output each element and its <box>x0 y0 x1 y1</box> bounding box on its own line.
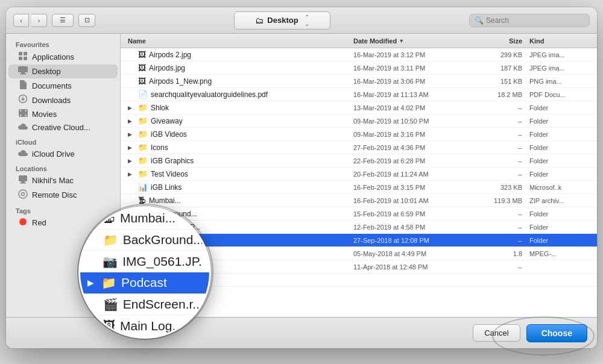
file-date: 27-Feb-2019 at 4:36 PM <box>353 144 474 151</box>
file-row[interactable]: 🖼 Main Log... <box>121 274 597 287</box>
file-row[interactable]: 🖼 Airpods.jpg 16-Mar-2019 at 3:11 PM 187… <box>121 61 597 75</box>
icloud-drive-icon <box>18 149 28 158</box>
location-selector[interactable]: 🗂 Desktop ⌃⌄ <box>234 11 330 30</box>
file-date: 15-Feb-2019 at 6:59 PM <box>353 210 474 218</box>
file-list: 🖼 Airpods 2.jpg 16-Mar-2019 at 3:12 PM 2… <box>121 48 597 317</box>
cancel-button[interactable]: Cancel <box>473 324 520 342</box>
file-name-text: Airpods 2.jpg <box>149 51 191 59</box>
sidebar-item-desktop[interactable]: Desktop <box>8 64 118 78</box>
action-button[interactable]: ⊡ <box>78 14 95 27</box>
downloads-icon <box>18 95 28 105</box>
red-tag-icon <box>18 218 28 227</box>
expand-arrow-icon: ▶ <box>128 158 135 164</box>
file-row[interactable]: 🎬 v1.mp4 11-Apr-2018 at 12:48 PM -- <box>121 260 597 274</box>
expand-arrow-icon: ▶ <box>128 131 135 137</box>
svg-rect-11 <box>20 115 22 116</box>
file-type-icon: 📁 <box>138 236 148 245</box>
column-size[interactable]: Size <box>474 37 522 45</box>
file-date: 16-Mar-2019 at 11:13 AM <box>353 91 474 98</box>
svg-point-16 <box>19 190 27 198</box>
column-kind[interactable]: Kind <box>529 37 590 45</box>
file-row[interactable]: ▶ 📁 Shlok 13-Mar-2019 at 4:02 PM -- Fold… <box>121 101 597 115</box>
file-row[interactable]: 🎬 EndScreen.r... 05-May-2018 at 4:49 PM … <box>121 247 597 260</box>
file-date: 16-Feb-2019 at 3:15 PM <box>353 184 474 191</box>
file-date: 16-Mar-2019 at 3:06 PM <box>353 78 474 85</box>
location-bar: 🗂 Desktop ⌃⌄ <box>100 11 464 30</box>
sidebar-item-applications[interactable]: Applications <box>8 49 118 64</box>
file-date: 16-Mar-2019 at 3:12 PM <box>353 51 474 58</box>
sidebar-item-documents[interactable]: Documents <box>8 78 118 93</box>
file-date: 27-Sep-2018 at 12:08 PM <box>353 237 474 244</box>
file-type-icon: 🖼 <box>138 63 146 72</box>
file-type-icon: 📁 <box>138 116 148 125</box>
sidebar-item-red-tag[interactable]: Red <box>8 216 118 229</box>
svg-rect-9 <box>20 110 22 111</box>
search-bar[interactable]: 🔍 <box>469 14 590 27</box>
file-type-icon: 🎬 <box>138 262 148 271</box>
svg-rect-1 <box>24 52 27 55</box>
file-date: 09-Mar-2019 at 10:50 PM <box>353 118 474 125</box>
forward-button[interactable]: › <box>31 14 47 27</box>
sidebar-item-icloud-drive[interactable]: iCloud Drive <box>8 147 118 160</box>
file-row[interactable]: 📊 iGB Links 16-Feb-2019 at 3:15 PM 323 K… <box>121 181 597 194</box>
file-row[interactable]: ▶ 📁 Giveaway 09-Mar-2019 at 10:50 PM -- … <box>121 115 597 128</box>
file-name-text: Giveaway <box>151 117 183 125</box>
search-input[interactable] <box>486 16 582 25</box>
sidebar-item-label-remote-disc: Remote Disc <box>32 190 77 199</box>
sidebar-item-downloads[interactable]: Downloads <box>8 93 118 107</box>
file-row[interactable]: 🖼 Airpods 1_New.png 16-Mar-2019 at 3:06 … <box>121 75 597 88</box>
file-date: 20-Feb-2019 at 11:24 AM <box>353 171 474 178</box>
file-size: -- <box>474 118 522 125</box>
file-name-cell: ▶ 📁 Test Videos <box>128 169 353 178</box>
favourites-header: Favourites <box>6 39 120 49</box>
file-kind: Folder <box>529 171 590 178</box>
file-row[interactable]: ▶ 📁 iGB Videos 09-Mar-2019 at 3:16 PM --… <box>121 128 597 141</box>
file-size: 299 KB <box>474 51 522 58</box>
file-type-icon: 📁 <box>138 103 148 112</box>
file-date: 12-Feb-2019 at 4:58 PM <box>353 224 474 231</box>
file-type-icon: 📁 <box>138 130 148 139</box>
locations-header: Locations <box>6 163 120 174</box>
file-row[interactable]: 📄 searchqualityevaluatorguidelines.pdf 1… <box>121 88 597 101</box>
view-options-button[interactable]: ☰ <box>52 14 74 27</box>
file-name-text: Test Videos <box>151 170 188 178</box>
column-name[interactable]: Name <box>128 37 353 45</box>
file-date: 22-Feb-2019 at 6:28 PM <box>353 157 474 165</box>
file-size: -- <box>474 157 522 165</box>
expand-arrow-icon: ▶ <box>128 211 135 217</box>
sidebar-item-nikhil-mac[interactable]: Nikhil's Mac <box>8 174 118 187</box>
file-row[interactable]: 🖼 Airpods 2.jpg 16-Mar-2019 at 3:12 PM 2… <box>121 48 597 61</box>
svg-rect-5 <box>21 72 25 74</box>
file-kind: Folder <box>529 131 590 138</box>
file-name-cell: 🖼 Airpods 1_New.png <box>128 77 353 86</box>
file-type-icon: 🖼 <box>138 77 146 86</box>
file-date: 16-Feb-2019 at 10:01 AM <box>353 197 474 204</box>
bottom-bar: Cancel Choose <box>6 317 597 348</box>
file-size: 151 KB <box>474 78 522 85</box>
file-row[interactable]: ▶ 📁 Test Videos 20-Feb-2019 at 11:24 AM … <box>121 168 597 181</box>
file-row[interactable]: 🗜 Mumbai... 16-Feb-2019 at 10:01 AM 119.… <box>121 194 597 207</box>
file-size: -- <box>474 144 522 151</box>
remote-disc-icon <box>18 189 28 201</box>
sidebar-item-movies[interactable]: Movies <box>8 107 118 121</box>
file-type-icon: 🖼 <box>138 50 146 59</box>
file-kind: Folder <box>529 104 590 111</box>
file-kind: PNG ima... <box>529 78 590 85</box>
file-row[interactable]: ▶ 📁 IMG_0561.JP... 12-Feb-2019 at 4:58 P… <box>121 221 597 234</box>
file-row[interactable]: ▶ 📁 Podcast 27-Sep-2018 at 12:08 PM -- F… <box>121 234 597 247</box>
file-name-cell: 📄 searchqualityevaluatorguidelines.pdf <box>128 90 353 99</box>
file-type-icon: 🖼 <box>138 275 146 284</box>
svg-point-18 <box>19 218 27 225</box>
file-name-text: Icons <box>151 143 168 152</box>
column-date[interactable]: Date Modified ▼ <box>353 37 474 45</box>
file-name-text: Main Log... <box>149 276 185 284</box>
sidebar-item-remote-disc[interactable]: Remote Disc <box>8 187 118 202</box>
file-name-cell: 📊 iGB Links <box>128 183 353 192</box>
file-row[interactable]: ▶ 📁 iGB Graphics 22-Feb-2019 at 6:28 PM … <box>121 154 597 168</box>
file-row[interactable]: ▶ 📁 BackGround... 15-Feb-2019 at 6:59 PM… <box>121 207 597 221</box>
choose-button[interactable]: Choose <box>526 324 587 342</box>
sidebar-item-creative-cloud[interactable]: Creative Cloud... <box>8 121 118 134</box>
back-button[interactable]: ‹ <box>13 14 29 27</box>
file-row[interactable]: ▶ 📁 Icons 27-Feb-2019 at 4:36 PM -- Fold… <box>121 141 597 154</box>
file-size: 1.8 <box>474 250 522 257</box>
